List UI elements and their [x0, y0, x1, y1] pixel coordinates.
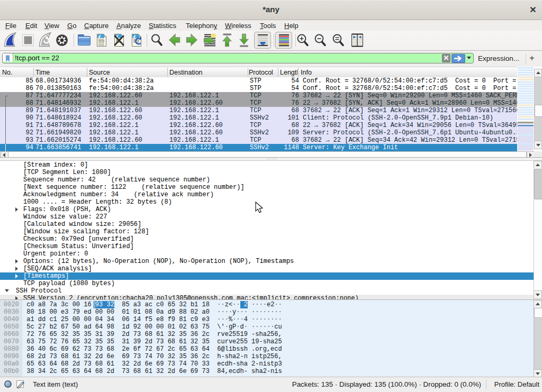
svg-text:0111: 0111	[98, 43, 104, 46]
